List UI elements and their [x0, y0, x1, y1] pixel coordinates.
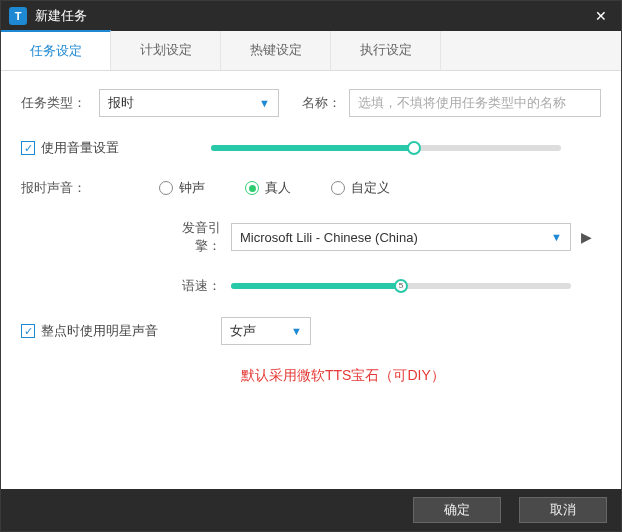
task-type-label: 任务类型：: [21, 94, 99, 112]
engine-select[interactable]: Microsoft Lili - Chinese (China) ▼: [231, 223, 571, 251]
star-voice-checkbox[interactable]: ✓ 整点时使用明星声音: [21, 322, 221, 340]
engine-label: 发音引擎：: [161, 219, 231, 255]
window-title: 新建任务: [35, 7, 589, 25]
tab-bar: 任务设定 计划设定 热键设定 执行设定: [1, 31, 621, 71]
sound-radio-group: 钟声 真人 自定义: [159, 179, 390, 197]
dialog-window: T 新建任务 ✕ 任务设定 计划设定 热键设定 执行设定 任务类型： 报时 ▼ …: [0, 0, 622, 532]
radio-icon: [331, 181, 345, 195]
name-label: 名称：: [299, 94, 349, 112]
cancel-button[interactable]: 取消: [519, 497, 607, 523]
play-icon[interactable]: ▶: [581, 229, 592, 245]
task-type-value: 报时: [108, 94, 134, 112]
app-icon: T: [9, 7, 27, 25]
tab-execute-settings[interactable]: 执行设定: [331, 31, 441, 70]
use-volume-checkbox[interactable]: ✓ 使用音量设置: [21, 139, 211, 157]
close-icon[interactable]: ✕: [589, 8, 613, 24]
voice-gender-value: 女声: [230, 322, 256, 340]
use-volume-label: 使用音量设置: [41, 139, 119, 157]
radio-bell[interactable]: 钟声: [159, 179, 205, 197]
tab-hotkey-settings[interactable]: 热键设定: [221, 31, 331, 70]
chevron-down-icon: ▼: [291, 325, 302, 337]
tts-note: 默认采用微软TTS宝石（可DIY）: [241, 367, 601, 385]
chevron-down-icon: ▼: [551, 231, 562, 243]
titlebar: T 新建任务 ✕: [1, 1, 621, 31]
dialog-footer: 确定 取消: [1, 489, 621, 531]
sound-label: 报时声音：: [21, 179, 99, 197]
radio-custom[interactable]: 自定义: [331, 179, 390, 197]
engine-value: Microsoft Lili - Chinese (China): [240, 230, 418, 245]
ok-button[interactable]: 确定: [413, 497, 501, 523]
radio-icon: [245, 181, 259, 195]
speed-label: 语速：: [161, 277, 231, 295]
chevron-down-icon: ▼: [259, 97, 270, 109]
volume-slider[interactable]: [211, 145, 561, 151]
radio-icon: [159, 181, 173, 195]
tab-task-settings[interactable]: 任务设定: [1, 30, 111, 70]
speed-slider[interactable]: 5: [231, 283, 571, 289]
task-type-select[interactable]: 报时 ▼: [99, 89, 279, 117]
check-icon: ✓: [21, 141, 35, 155]
radio-human[interactable]: 真人: [245, 179, 291, 197]
name-input[interactable]: 选填，不填将使用任务类型中的名称: [349, 89, 601, 117]
check-icon: ✓: [21, 324, 35, 338]
star-voice-label: 整点时使用明星声音: [41, 322, 158, 340]
voice-gender-select[interactable]: 女声 ▼: [221, 317, 311, 345]
dialog-body: 任务类型： 报时 ▼ 名称： 选填，不填将使用任务类型中的名称 ✓ 使用音量设置…: [1, 71, 621, 489]
tab-schedule-settings[interactable]: 计划设定: [111, 31, 221, 70]
